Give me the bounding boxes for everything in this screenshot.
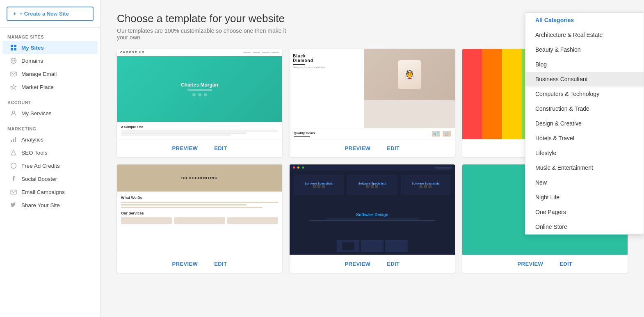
header-text: Choose a template for your website Our t…	[117, 12, 289, 41]
preview-button[interactable]: PREVIEW	[172, 145, 198, 151]
category-item-computers[interactable]: Computers & Technology	[525, 87, 644, 101]
sidebar-item-analytics[interactable]: Analytics	[2, 133, 98, 146]
svg-rect-3	[14, 48, 16, 50]
create-new-site-button[interactable]: + + Create a New Site	[7, 7, 94, 21]
category-item-onlinestore[interactable]: Online Store	[525, 219, 644, 234]
category-item-blog[interactable]: Blog	[525, 57, 644, 72]
category-item-onepagers[interactable]: One Pagers	[525, 205, 644, 219]
category-label: Beauty & Fashion	[535, 46, 581, 53]
category-label: Online Store	[535, 223, 567, 230]
sidebar-item-market-place[interactable]: Market Place	[2, 80, 98, 94]
twitter-icon	[10, 201, 17, 209]
category-item-all[interactable]: All Categories	[525, 13, 644, 27]
edit-button[interactable]: EDIT	[387, 145, 400, 151]
category-label: Construction & Trade	[535, 105, 589, 112]
sidebar-item-free-ad-credits-label: Free Ad Credits	[21, 163, 60, 169]
svg-marker-12	[11, 150, 16, 155]
category-item-construction[interactable]: Construction & Trade	[525, 101, 644, 116]
category-item-new[interactable]: New	[525, 175, 644, 190]
category-label: New	[535, 179, 547, 186]
plus-icon: +	[13, 11, 16, 17]
template-card: BU ACCOUNTING What We Do Our Services	[117, 164, 282, 273]
sidebar-item-email-campaigns-label: Email Campaigns	[21, 189, 65, 195]
account-section-title: ACCOUNT	[0, 98, 100, 107]
edit-button[interactable]: EDIT	[214, 145, 227, 151]
category-label: Architecture & Real Estate	[535, 32, 603, 38]
sidebar: + + Create a New Site MANAGE SITES My Si…	[0, 0, 100, 317]
sidebar-item-manage-email[interactable]: Manage Email	[2, 67, 98, 80]
category-item-business[interactable]: Business Consultant	[525, 72, 644, 87]
edit-button[interactable]: EDIT	[387, 261, 400, 267]
sidebar-item-my-services-label: My Services	[21, 110, 52, 116]
svg-rect-1	[14, 45, 16, 47]
svg-rect-10	[13, 139, 14, 142]
category-item-hotels[interactable]: Hotels & Travel	[525, 131, 644, 146]
sidebar-item-email-campaigns[interactable]: Email Campaigns	[2, 185, 98, 198]
svg-rect-11	[15, 137, 16, 142]
preview-button[interactable]: PREVIEW	[172, 261, 198, 267]
template-thumb: BU ACCOUNTING What We Do Our Services	[117, 164, 282, 255]
category-label: Music & Entertainment	[535, 164, 593, 171]
category-label: One Pagers	[535, 209, 566, 215]
sidebar-item-free-ad-credits[interactable]: Free Ad Credits	[2, 159, 98, 172]
manage-sites-section-title: MANAGE SITES	[0, 32, 100, 41]
template-card: CHOOSE US Charles Morgan	[117, 49, 282, 157]
envelope-icon	[10, 70, 17, 78]
category-item-music[interactable]: Music & Entertainment	[525, 160, 644, 175]
template-thumb: Black Diamond Designed for beauty and st…	[290, 49, 455, 139]
template-card-actions: PREVIEW EDIT	[290, 255, 455, 273]
create-btn-label: + Create a New Site	[20, 11, 69, 17]
email-campaigns-icon	[10, 188, 17, 196]
svg-marker-7	[11, 84, 16, 89]
sidebar-item-domains[interactable]: Domains	[2, 54, 98, 67]
template-card-actions: PREVIEW EDIT	[462, 255, 628, 273]
category-label: All Categories	[535, 17, 574, 23]
sidebar-item-share-your-site[interactable]: Share Your Site	[2, 198, 98, 212]
ad-credits-icon	[10, 162, 17, 169]
sidebar-item-seo-tools-label: SEO Tools	[21, 150, 48, 156]
template-card-actions: PREVIEW EDIT	[117, 255, 282, 273]
preview-button[interactable]: PREVIEW	[345, 261, 371, 267]
sidebar-item-my-sites-label: My Sites	[21, 45, 44, 51]
category-item-architecture[interactable]: Architecture & Real Estate	[525, 27, 644, 42]
edit-button[interactable]: EDIT	[560, 261, 572, 267]
category-label: Computers & Technology	[535, 91, 599, 97]
sidebar-item-seo-tools[interactable]: SEO Tools	[2, 146, 98, 159]
sidebar-item-my-sites[interactable]: My Sites	[2, 41, 98, 54]
bar-chart-icon	[10, 136, 17, 143]
svg-rect-0	[11, 45, 13, 47]
sidebar-item-social-booster[interactable]: Social Booster	[2, 172, 98, 185]
svg-rect-2	[11, 48, 13, 50]
category-item-beauty[interactable]: Beauty & Fashion	[525, 42, 644, 57]
sidebar-item-share-your-site-label: Share Your Site	[21, 202, 60, 208]
seo-icon	[10, 149, 17, 156]
globe-icon	[10, 57, 17, 64]
svg-rect-9	[11, 140, 12, 142]
star-icon	[10, 83, 17, 91]
person-icon	[10, 109, 17, 117]
category-label: Hotels & Travel	[535, 135, 574, 141]
preview-button[interactable]: PREVIEW	[518, 261, 544, 267]
preview-button[interactable]: PREVIEW	[345, 145, 371, 151]
template-card: Software Specialists⬛ ⬛ ⬛ Software Speci…	[290, 164, 455, 273]
category-item-lifestyle[interactable]: Lifestyle	[525, 146, 644, 160]
sidebar-item-domains-label: Domains	[21, 58, 43, 64]
sidebar-item-my-services[interactable]: My Services	[2, 107, 98, 120]
category-item-nightlife[interactable]: Night Life	[525, 190, 644, 205]
sidebar-item-manage-email-label: Manage Email	[21, 71, 57, 77]
category-label: Night Life	[535, 194, 560, 201]
page-subtitle: Our templates are 100% customizable so c…	[117, 27, 289, 41]
category-label: Business Consultant	[535, 76, 588, 82]
template-thumb: Software Specialists⬛ ⬛ ⬛ Software Speci…	[290, 164, 455, 255]
grid-icon	[10, 44, 17, 51]
template-card: Black Diamond Designed for beauty and st…	[290, 49, 455, 157]
template-thumb: CHOOSE US Charles Morgan	[117, 49, 282, 139]
sidebar-item-market-place-label: Market Place	[21, 84, 54, 90]
categories-dropdown: All Categories Architecture & Real Estat…	[525, 12, 644, 235]
sidebar-item-analytics-label: Analytics	[21, 137, 43, 143]
edit-button[interactable]: EDIT	[214, 261, 227, 267]
sidebar-divider-1	[0, 27, 100, 28]
category-item-design[interactable]: Design & Creative	[525, 116, 644, 131]
page-title: Choose a template for your website	[117, 12, 289, 25]
svg-point-13	[11, 163, 16, 169]
